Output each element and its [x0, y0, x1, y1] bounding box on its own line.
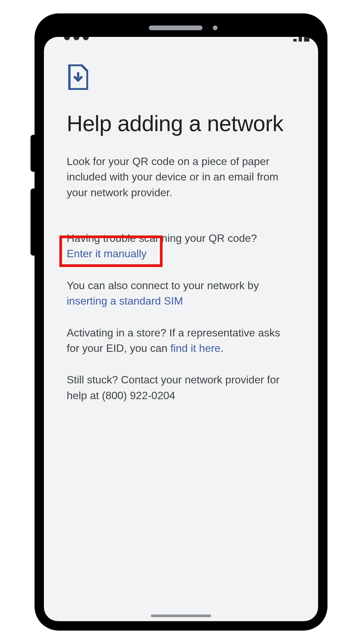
gesture-navigation-bar[interactable] — [151, 614, 211, 617]
phone-speaker-grille — [149, 25, 202, 30]
stuck-paragraph: Still stuck? Contact your network provid… — [67, 372, 295, 403]
phone-screen: Help adding a network Look for your QR c… — [44, 37, 318, 621]
sim-download-icon — [67, 64, 88, 90]
qr-trouble-paragraph: Having trouble scanning your QR code? En… — [67, 230, 295, 262]
enter-manually-link[interactable]: Enter it manually — [67, 248, 146, 260]
phone-front-camera — [213, 25, 218, 30]
find-eid-link[interactable]: find it here — [170, 342, 220, 354]
store-paragraph: Activating in a store? If a representati… — [67, 325, 295, 356]
status-bar-remnant — [44, 37, 318, 46]
help-adding-network-content: Help adding a network Look for your QR c… — [44, 46, 318, 403]
phone-mockup-frame: Help adding a network Look for your QR c… — [35, 14, 327, 630]
stage: Help adding a network Look for your QR c… — [0, 0, 362, 644]
qr-trouble-question: Having trouble scanning your QR code? — [67, 232, 257, 244]
page-title: Help adding a network — [67, 111, 295, 137]
support-phone-number: (800) 922-0204 — [102, 389, 175, 401]
store-suffix: . — [221, 342, 224, 354]
insert-standard-sim-link[interactable]: inserting a standard SIM — [67, 295, 183, 307]
intro-text: Look for your QR code on a piece of pape… — [67, 154, 295, 200]
standard-sim-prefix: You can also connect to your network by — [67, 279, 259, 291]
standard-sim-paragraph: You can also connect to your network by … — [67, 278, 295, 309]
